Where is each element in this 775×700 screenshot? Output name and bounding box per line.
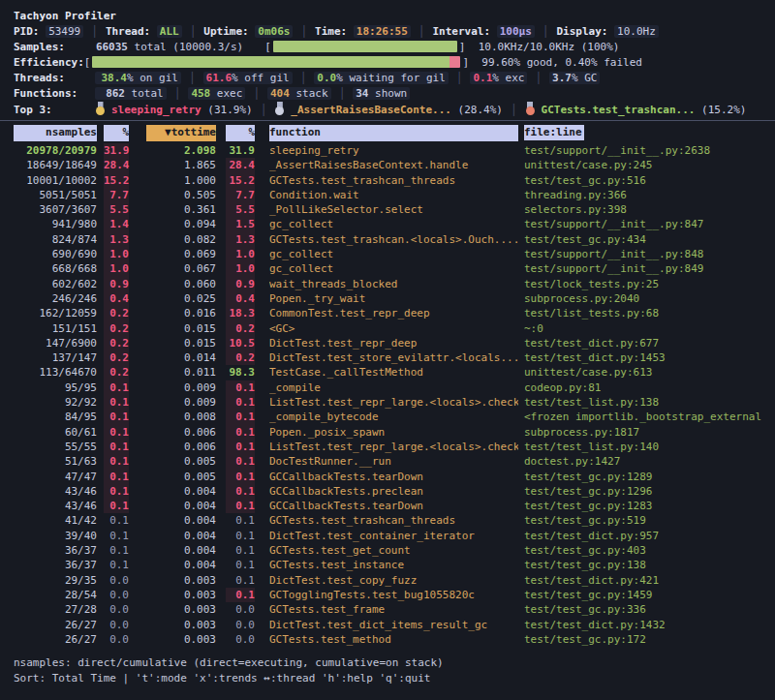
table-row[interactable]: 824/8741.30.0821.3GCTests.test_trashcan.… bbox=[14, 232, 775, 247]
table-row[interactable]: 941/9801.40.0941.5gc_collecttest/support… bbox=[14, 217, 775, 231]
cell-pct-cum: 0.2 bbox=[226, 321, 255, 336]
cell-pct-cum: 0.0 bbox=[226, 618, 255, 632]
table-row[interactable]: 26/270.00.0030.0DictTest.test_dict_items… bbox=[14, 618, 775, 632]
table-row[interactable]: 36/370.10.0040.1GCTests.test_instancetes… bbox=[14, 558, 775, 572]
cell-pct-direct: 0.1 bbox=[104, 513, 129, 528]
thread-suffix: % GC bbox=[572, 72, 598, 84]
column-header-nsamples[interactable]: nsamples bbox=[14, 125, 97, 141]
table-row[interactable]: 55/550.10.0060.1ListTest.test_repr_large… bbox=[14, 440, 775, 454]
cell-tottime: 0.015 bbox=[146, 321, 216, 336]
cell-pct-cum: 0.1 bbox=[226, 440, 255, 454]
table-row[interactable]: 60/610.10.0060.1Popen._posix_spawnsubpro… bbox=[14, 425, 775, 440]
table-row[interactable]: 84/950.10.0080.1_compile_bytecode<frozen… bbox=[14, 410, 775, 424]
cell-pct-cum: 0.1 bbox=[226, 410, 255, 424]
thread-stat: 61.6% off gil bbox=[203, 72, 293, 84]
table-row[interactable]: 10001/1000215.21.00015.2GCTests.test_tra… bbox=[14, 173, 775, 188]
cell-pct-cum: 10.5 bbox=[226, 336, 255, 350]
cell-nsamples: 5051/5051 bbox=[14, 188, 97, 202]
pid-label: PID: bbox=[14, 25, 40, 38]
cell-function: <GC> bbox=[269, 321, 518, 336]
cell-pct-direct: 0.1 bbox=[104, 470, 129, 484]
separator: │ bbox=[418, 25, 425, 38]
table-row[interactable]: 151/1510.20.0150.2<GC>~:0 bbox=[14, 321, 775, 336]
cell-file-line: subprocess.py:2040 bbox=[524, 291, 775, 306]
table-row[interactable]: 27/280.00.0030.0GCTests.test_frametest/t… bbox=[14, 602, 775, 617]
cell-pct-cum: 0.1 bbox=[226, 470, 255, 484]
functions-label: Functions: bbox=[14, 86, 95, 102]
display-value: 10.0Hz bbox=[614, 25, 659, 38]
cell-pct-cum: 0.1 bbox=[226, 380, 255, 395]
table-row[interactable]: 690/6901.00.0691.0gc_collecttest/support… bbox=[14, 247, 775, 261]
column-header-tottime-sorted[interactable]: ▼tottime bbox=[146, 125, 216, 141]
table-row[interactable]: 3607/36075.50.3615.5_PollLikeSelector.se… bbox=[14, 202, 775, 217]
cell-pct-cum: 31.9 bbox=[226, 143, 255, 158]
column-header-function[interactable]: function bbox=[269, 125, 518, 141]
column-header-pct-cum[interactable]: % bbox=[226, 125, 255, 141]
cell-nsamples: 10001/10002 bbox=[14, 173, 97, 188]
table-row[interactable]: 28/540.00.0030.1GCTogglingTests.test_bug… bbox=[14, 588, 775, 602]
cell-tottime: 0.003 bbox=[146, 618, 216, 632]
thread-suffix: % on gil bbox=[127, 72, 178, 84]
cell-nsamples: 147/6900 bbox=[14, 336, 97, 350]
table-row[interactable]: 162/120590.20.01618.3CommonTest.test_rep… bbox=[14, 306, 775, 320]
table-row[interactable]: 36/370.10.0040.1GCTests.test_get_countte… bbox=[14, 543, 775, 558]
separator: │ bbox=[542, 25, 549, 38]
table-row[interactable]: 39/400.10.0040.1DictTest.test_container_… bbox=[14, 529, 775, 543]
table-row[interactable]: 137/1470.20.0140.2DictTest.test_store_ev… bbox=[14, 350, 775, 365]
bronze-medal-icon bbox=[525, 102, 536, 115]
uptime-value: 0m06s bbox=[255, 25, 293, 38]
table-row[interactable]: 113/646700.20.01198.3TestCase._callTestM… bbox=[14, 365, 775, 380]
thread-stat: 0.1% exc bbox=[470, 72, 527, 84]
cell-file-line: test/test_list.py:140 bbox=[524, 440, 775, 454]
cell-function: _AssertRaisesBaseContext.handle bbox=[269, 158, 518, 172]
column-header-pct-direct[interactable]: % bbox=[104, 125, 129, 141]
cell-file-line: test/test_gc.py:1283 bbox=[524, 499, 775, 513]
interval-value: 100µs bbox=[497, 25, 535, 38]
table-row[interactable]: 602/6020.90.0600.9wait_threads_blockedte… bbox=[14, 277, 775, 291]
table-row[interactable]: 95/950.10.0090.1_compilecodeop.py:81 bbox=[14, 380, 775, 395]
cell-nsamples: 137/147 bbox=[14, 350, 97, 365]
cell-pct-cum: 0.0 bbox=[226, 602, 255, 617]
table-row[interactable]: 41/420.10.0040.1GCTests.test_trashcan_th… bbox=[14, 513, 775, 528]
top3-item[interactable]: sleeping_retry (31.9%) bbox=[95, 104, 253, 116]
cell-file-line: test/test_dict.py:677 bbox=[524, 336, 775, 350]
table-row[interactable]: 43/460.10.0040.1GCCallbackTests.tearDown… bbox=[14, 499, 775, 513]
table-row[interactable]: 92/920.10.0090.1ListTest.test_repr_large… bbox=[14, 395, 775, 410]
samples-bar bbox=[273, 41, 457, 52]
threads-label: Threads: bbox=[14, 71, 95, 86]
cell-tottime: 0.060 bbox=[146, 277, 216, 291]
functions-row: Functions:862 total│458 exec│404 stack│3… bbox=[14, 86, 775, 102]
cell-pct-direct: 0.2 bbox=[104, 365, 129, 380]
top3-item[interactable]: GCTests.test_trashcan... (15.2%) bbox=[525, 104, 747, 116]
table-row[interactable]: 246/2460.40.0250.4Popen._try_waitsubproc… bbox=[14, 291, 775, 306]
cell-nsamples: 151/151 bbox=[14, 321, 97, 336]
cell-pct-cum: 0.1 bbox=[226, 484, 255, 499]
cell-pct-direct: 0.1 bbox=[104, 558, 129, 572]
table-row[interactable]: 668/6681.00.0671.0gc_collecttest/support… bbox=[14, 261, 775, 276]
table-row[interactable]: 29/350.00.0030.1DictTest.test_copy_fuzzt… bbox=[14, 573, 775, 588]
function-stat: 862 total bbox=[95, 87, 167, 100]
table-row[interactable]: 26/270.00.0030.0GCTests.test_methodtest/… bbox=[14, 632, 775, 647]
table-row[interactable]: 5051/50517.70.5057.7Condition.waitthread… bbox=[14, 188, 775, 202]
samples-rate: 10.0KHz/10.0KHz (100%) bbox=[479, 41, 620, 53]
column-header-file-line[interactable]: file:line bbox=[524, 125, 775, 141]
table-row[interactable]: 51/630.10.0050.1DocTestRunner.__rundocte… bbox=[14, 454, 775, 469]
top3-percent: (15.2%) bbox=[695, 104, 746, 116]
table-row[interactable]: 47/470.10.0050.1GCCallbackTests.tearDown… bbox=[14, 470, 775, 484]
table-row[interactable]: 18649/1864928.41.86528.4_AssertRaisesBas… bbox=[14, 158, 775, 172]
cell-file-line: unittest/case.py:245 bbox=[524, 158, 775, 172]
cell-pct-direct: 1.0 bbox=[104, 261, 129, 276]
table-row[interactable]: 20978/2097931.92.09831.9sleeping_retryte… bbox=[14, 143, 775, 158]
table-row[interactable]: 147/69000.20.01510.5DictTest.test_repr_d… bbox=[14, 336, 775, 350]
cell-pct-direct: 1.0 bbox=[104, 247, 129, 261]
cell-file-line: threading.py:366 bbox=[524, 188, 775, 202]
thread-value[interactable]: ALL bbox=[157, 25, 182, 38]
top3-item[interactable]: _AssertRaisesBaseConte... (28.4%) bbox=[274, 104, 503, 116]
cell-file-line: test/support/__init__.py:847 bbox=[524, 217, 775, 231]
table-row[interactable]: 43/460.10.0040.1GCCallbackTests.preclean… bbox=[14, 484, 775, 499]
cell-pct-cum: 0.1 bbox=[226, 454, 255, 469]
cell-function: DictTest.test_container_iterator bbox=[269, 529, 518, 543]
profiler-window: Tachyon Profiler PID: 53499│Thread: ALL│… bbox=[0, 0, 775, 686]
cell-pct-direct: 1.3 bbox=[104, 232, 129, 247]
cell-nsamples: 28/54 bbox=[14, 588, 97, 602]
